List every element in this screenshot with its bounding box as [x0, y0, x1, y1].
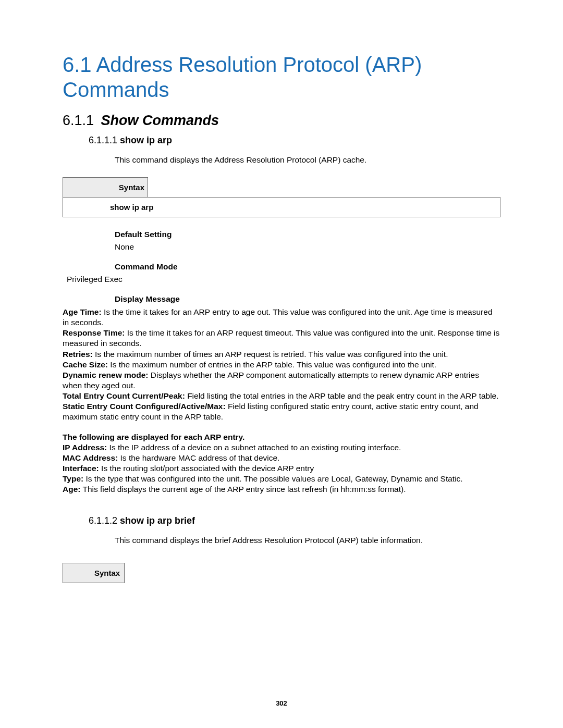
command-mode-label: Command Mode: [115, 262, 500, 272]
document-page: 6.1 Address Resolution Protocol (ARP) Co…: [0, 0, 563, 728]
heading-1: 6.1 Address Resolution Protocol (ARP) Co…: [63, 52, 500, 102]
heading-3-title: show ip arp brief: [120, 515, 195, 526]
description-value: Is the maximum number of entries in the …: [108, 360, 436, 369]
syntax-header-cell: Syntax: [63, 178, 148, 198]
description-line: Age: This field displays the current age…: [63, 484, 500, 495]
each-entry-block: The following are displayed for each ARP…: [63, 432, 500, 495]
command-mode-value: Privileged Exec: [67, 275, 500, 284]
heading-2-title: Show Commands: [101, 113, 219, 128]
description-value: Is the maximum number of times an ARP re…: [93, 350, 448, 359]
syntax-label-only: Syntax: [63, 563, 125, 583]
description-key: Interface:: [63, 464, 99, 473]
description-key: Response Time:: [63, 328, 125, 337]
display-message-label: Display Message: [115, 294, 500, 304]
description-line: Total Entry Count Current/Peak: Field li…: [63, 391, 500, 401]
description-key: Dynamic renew mode:: [63, 371, 149, 379]
description-key: Age:: [63, 485, 80, 493]
description-value: Is the hardware MAC address of that devi…: [118, 453, 279, 462]
description-line: IP Address: Is the IP address of a devic…: [63, 442, 500, 453]
description-key: MAC Address:: [63, 453, 118, 462]
heading-3-show-ip-arp-brief: 6.1.1.2 show ip arp brief: [89, 515, 500, 526]
description-line: Type: Is the type that was configured in…: [63, 474, 500, 484]
intro-text: This command displays the Address Resolu…: [115, 155, 500, 165]
syntax-body-cell: show ip arp: [63, 198, 500, 217]
heading-3-number: 6.1.1.1: [89, 135, 117, 145]
description-line: Response Time: Is the time it takes for …: [63, 328, 500, 349]
description-line: Dynamic renew mode: Displays whether the…: [63, 370, 500, 391]
syntax-table: Syntax show ip arp: [63, 177, 500, 217]
description-key: IP Address:: [63, 443, 107, 452]
intro-text-2: This command displays the brief Address …: [115, 536, 500, 545]
display-message-items: Age Time: Is the time it takes for an AR…: [63, 307, 500, 423]
description-value: Field listing the total entries in the A…: [185, 391, 499, 400]
description-value: Is the type that was configured into the…: [83, 474, 462, 483]
description-key: Age Time:: [63, 307, 102, 316]
each-entry-label: The following are displayed for each ARP…: [63, 433, 244, 441]
description-value: This field displays the current age of t…: [80, 485, 406, 493]
default-setting-value: None: [115, 242, 500, 252]
description-line: Retries: Is the maximum number of times …: [63, 349, 500, 360]
description-line: Cache Size: Is the maximum number of ent…: [63, 360, 500, 370]
description-line: MAC Address: Is the hardware MAC address…: [63, 453, 500, 463]
section-show-ip-arp-brief: 6.1.1.2 show ip arp brief This command d…: [63, 515, 500, 583]
heading-3-title: show ip arp: [120, 135, 172, 145]
description-value: Is the routing slot/port associated with…: [99, 464, 314, 473]
description-value: Is the time it takes for an ARP entry to…: [63, 307, 493, 327]
heading-3-show-ip-arp: 6.1.1.1 show ip arp: [89, 135, 500, 146]
description-key: Total Entry Count Current/Peak:: [63, 391, 185, 400]
description-key: Retries:: [63, 350, 93, 359]
page-number: 302: [0, 699, 563, 707]
description-line: Static Entry Count Configured/Active/Max…: [63, 401, 500, 422]
description-value: Is the time it takes for an ARP request …: [63, 328, 499, 348]
heading-2-number: 6.1.1: [63, 113, 94, 128]
description-key: Cache Size:: [63, 360, 108, 369]
description-line: Interface: Is the routing slot/port asso…: [63, 463, 500, 474]
description-line: Age Time: Is the time it takes for an AR…: [63, 307, 500, 328]
description-key: Type:: [63, 474, 83, 483]
description-key: Static Entry Count Configured/Active/Max…: [63, 402, 226, 411]
description-value: Is the IP address of a device on a subne…: [107, 443, 401, 452]
default-setting-label: Default Setting: [115, 230, 500, 239]
heading-3-number: 6.1.1.2: [89, 515, 117, 526]
each-entry-items: IP Address: Is the IP address of a devic…: [63, 442, 500, 495]
syntax-empty-cell: [148, 178, 500, 198]
heading-2: 6.1.1 Show Commands: [63, 113, 500, 129]
